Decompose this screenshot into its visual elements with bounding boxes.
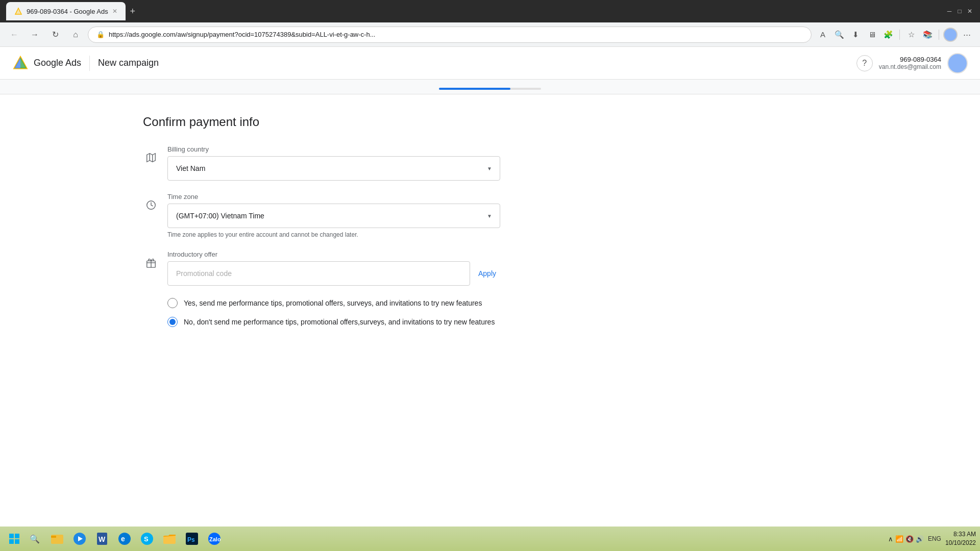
header-divider (89, 56, 90, 71)
active-tab[interactable]: 969-089-0364 - Google Ads ✕ (6, 2, 126, 20)
billing-country-icon (143, 149, 159, 166)
taskbar-app-skype[interactable]: S (137, 529, 157, 549)
account-id: 969-089-0364 (879, 56, 941, 63)
taskbar-app-folder[interactable] (159, 529, 180, 549)
radio-option-yes: Yes, send me performance tips, promotion… (167, 298, 500, 309)
translate-button[interactable]: A (816, 28, 830, 42)
taskbar-app-photoshop[interactable]: Ps (182, 529, 202, 549)
chevron-up-icon[interactable]: ∧ (888, 535, 893, 543)
minimize-button[interactable]: ─ (945, 7, 953, 15)
taskbar-time: 8:33 AM (945, 530, 976, 539)
taskbar-right: ∧ 📶 🔇 🔊 ENG 8:33 AM 10/10/2022 (888, 530, 976, 547)
time-zone-icon (143, 197, 159, 213)
billing-country-label: Billing country (167, 145, 500, 153)
ads-header: Google Ads New campaign ? 969-089-0364 v… (0, 47, 980, 80)
svg-marker-1 (15, 8, 21, 14)
main-content: Confirm payment info Billing country Vie… (0, 94, 980, 505)
close-button[interactable]: ✕ (966, 7, 974, 15)
introductory-offer-group: Introductory offer Apply (167, 251, 500, 286)
start-button[interactable] (4, 529, 24, 549)
clock-icon (145, 199, 157, 211)
taskbar-apps: W e S Ps (47, 529, 225, 549)
forward-button[interactable]: → (27, 27, 43, 43)
collections-button[interactable]: 📚 (920, 28, 935, 42)
search-button[interactable]: 🔍 (832, 28, 846, 42)
tab-title: 969-089-0364 - Google Ads (27, 8, 108, 15)
more-button[interactable]: ⋯ (960, 28, 974, 42)
toolbar-divider (899, 30, 900, 40)
svg-text:Zalo: Zalo (209, 536, 221, 542)
file-explorer-icon (50, 532, 64, 546)
screen-cast-button[interactable]: 🖥 (865, 28, 879, 42)
radio-section: Yes, send me performance tips, promotion… (167, 298, 500, 328)
refresh-button[interactable]: ↻ (47, 27, 63, 43)
taskbar-search-button[interactable]: 🔍 (27, 531, 43, 547)
taskbar-app-media[interactable] (69, 529, 90, 549)
extension-button[interactable]: 🧩 (881, 28, 895, 42)
home-button[interactable]: ⌂ (67, 27, 84, 43)
svg-rect-16 (51, 536, 56, 538)
form-section: Billing country Viet Nam Time zone (143, 145, 500, 336)
help-button[interactable]: ? (856, 55, 873, 71)
back-button[interactable]: ← (6, 27, 22, 43)
map-icon (145, 152, 157, 163)
taskbar-clock[interactable]: 8:33 AM 10/10/2022 (945, 530, 976, 547)
taskbar-app-files[interactable] (47, 529, 67, 549)
taskbar-app-edge[interactable]: e (114, 529, 135, 549)
introductory-offer-icon (143, 255, 159, 271)
new-tab-button[interactable]: + (126, 4, 140, 18)
svg-rect-14 (15, 539, 19, 544)
introductory-offer-row: Introductory offer Apply (143, 251, 500, 286)
taskbar-app-zalo[interactable]: Zalo (204, 529, 225, 549)
tab-close-button[interactable]: ✕ (112, 8, 117, 15)
lang-indicator: ENG (928, 535, 941, 542)
ads-logo-text: Google Ads (34, 58, 81, 68)
radio-option-no: No, don't send me performance tips, prom… (167, 317, 500, 328)
taskbar-date: 10/10/2022 (945, 539, 976, 547)
profile-avatar-small[interactable] (943, 28, 958, 42)
billing-country-select[interactable]: Viet Nam (167, 156, 500, 181)
speaker-icon[interactable]: 🔊 (916, 535, 924, 543)
browser-chrome: 969-089-0364 - Google Ads ✕ + ─ □ ✕ (0, 0, 980, 22)
promo-row: Apply (167, 261, 500, 286)
account-email: van.nt.des@gmail.com (879, 63, 941, 70)
save-button[interactable]: ⬇ (848, 28, 863, 42)
progress-bar-container (439, 88, 541, 90)
time-zone-select[interactable]: (GMT+07:00) Vietnam Time (167, 204, 500, 228)
header-right: ? 969-089-0364 van.nt.des@gmail.com (856, 53, 968, 73)
toolbar-icons: A 🔍 ⬇ 🖥 🧩 ☆ 📚 ⋯ (816, 28, 974, 42)
radio-yes-label: Yes, send me performance tips, promotion… (184, 298, 482, 309)
gift-icon (145, 257, 157, 268)
time-zone-row: Time zone (GMT+07:00) Vietnam Time Time … (143, 193, 500, 238)
taskbar: 🔍 W e (0, 527, 980, 551)
time-zone-select-wrapper: (GMT+07:00) Vietnam Time (167, 204, 500, 228)
time-zone-group: Time zone (GMT+07:00) Vietnam Time Time … (167, 193, 500, 238)
volume-icon[interactable]: 🔇 (905, 535, 914, 543)
header-title: New campaign (98, 58, 159, 68)
promotional-code-input[interactable] (167, 261, 470, 286)
address-text: https://ads.google.com/aw/signup/payment… (109, 31, 803, 38)
profile-avatar[interactable] (947, 53, 968, 73)
maximize-button[interactable]: □ (955, 7, 964, 15)
skype-icon: S (140, 532, 154, 546)
svg-rect-12 (15, 534, 19, 538)
browser-toolbar: ← → ↻ ⌂ 🔒 https://ads.google.com/aw/sign… (0, 22, 980, 47)
apply-button[interactable]: Apply (474, 269, 500, 278)
word-icon: W (95, 532, 109, 546)
google-ads-logo-icon (12, 55, 29, 71)
ads-logo: Google Ads (12, 55, 81, 71)
address-bar[interactable]: 🔒 https://ads.google.com/aw/signup/payme… (88, 27, 812, 43)
media-icon (72, 532, 87, 546)
radio-no-input[interactable] (167, 317, 178, 327)
svg-rect-25 (163, 536, 176, 544)
radio-no-label: No, don't send me performance tips, prom… (184, 317, 495, 328)
photoshop-icon: Ps (185, 532, 199, 546)
svg-rect-13 (9, 539, 14, 544)
taskbar-app-word[interactable]: W (92, 529, 112, 549)
edge-icon: e (117, 532, 132, 546)
account-info: 969-089-0364 van.nt.des@gmail.com (879, 56, 941, 70)
tab-favicon (14, 7, 22, 15)
windows-logo-icon (8, 533, 20, 545)
favorites-button[interactable]: ☆ (904, 28, 918, 42)
radio-yes-input[interactable] (167, 298, 178, 308)
